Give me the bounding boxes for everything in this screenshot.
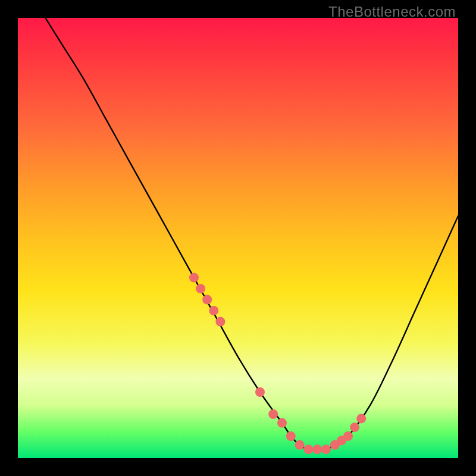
plot-area [18,18,458,458]
marker-dot [321,444,331,454]
marker-dot [312,444,322,454]
marker-dot [286,431,296,441]
marker-dot [189,273,199,283]
marker-dot [196,284,205,293]
marker-dot [255,387,265,397]
marker-dot [215,317,225,327]
marker-dot [303,444,313,454]
chart-svg [18,18,458,458]
marker-dot [268,409,278,419]
marker-dot [209,306,218,315]
marker-dot [202,295,212,305]
marker-dot [343,431,353,441]
chart-stage: TheBottleneck.com [0,0,476,476]
marker-group [189,273,366,455]
marker-dot [277,418,287,428]
marker-dot [350,422,359,432]
marker-dot [356,414,366,423]
marker-dot [295,440,305,450]
bottleneck-curve [18,0,458,450]
